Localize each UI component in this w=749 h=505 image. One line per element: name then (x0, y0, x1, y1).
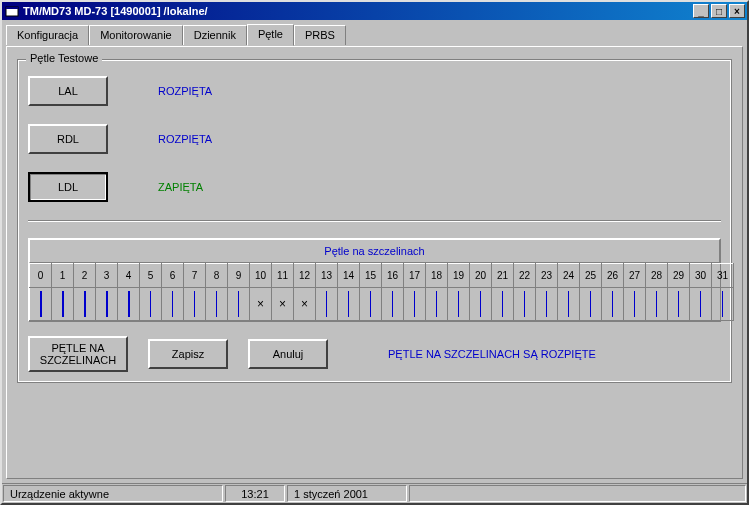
slot-cell-26[interactable] (602, 288, 624, 321)
anuluj-button[interactable]: Anuluj (248, 339, 328, 369)
loop-row-ldl: LDL ZAPIĘTA (28, 172, 721, 202)
slot-cell-11[interactable]: × (272, 288, 294, 321)
rdl-status: ROZPIĘTA (158, 133, 212, 145)
slot-header-6: 6 (162, 264, 184, 288)
slot-cell-2[interactable] (74, 288, 96, 321)
tab-prbs[interactable]: PRBS (294, 25, 346, 45)
slot-cell-28[interactable] (646, 288, 668, 321)
slot-cell-0[interactable] (30, 288, 52, 321)
slot-cell-17[interactable] (404, 288, 426, 321)
slot-cell-24[interactable] (558, 288, 580, 321)
app-icon (4, 3, 20, 19)
slot-header-0: 0 (30, 264, 52, 288)
status-spacer (409, 485, 746, 502)
slot-cell-22[interactable] (514, 288, 536, 321)
slot-header-25: 25 (580, 264, 602, 288)
petle-szczeliny-button[interactable]: PĘTLE NA SZCZELINACH (28, 336, 128, 372)
slot-cell-13[interactable] (316, 288, 338, 321)
slot-header-27: 27 (624, 264, 646, 288)
slots-container: Pętle na szczelinach 0123456789101112131… (28, 238, 721, 322)
group-petle-testowe: Pętle Testowe LAL ROZPIĘTA RDL ROZPIĘTA … (17, 59, 732, 383)
lal-status: ROZPIĘTA (158, 85, 212, 97)
slot-cell-23[interactable] (536, 288, 558, 321)
slot-header-18: 18 (426, 264, 448, 288)
slot-cell-25[interactable] (580, 288, 602, 321)
slot-cell-31[interactable] (712, 288, 734, 321)
slot-header-29: 29 (668, 264, 690, 288)
slot-header-2: 2 (74, 264, 96, 288)
slot-cell-18[interactable] (426, 288, 448, 321)
slot-cell-20[interactable] (470, 288, 492, 321)
svg-rect-1 (6, 7, 18, 9)
slot-cell-14[interactable] (338, 288, 360, 321)
status-time: 13:21 (225, 485, 285, 502)
slot-cell-row: ××× (30, 288, 734, 321)
loop-row-lal: LAL ROZPIĘTA (28, 76, 721, 106)
slot-cell-19[interactable] (448, 288, 470, 321)
slot-header-7: 7 (184, 264, 206, 288)
tab-konfiguracja[interactable]: Konfiguracja (6, 25, 89, 45)
slot-header-11: 11 (272, 264, 294, 288)
slot-header-row: 0123456789101112131415161718192021222324… (30, 264, 734, 288)
group-title: Pętle Testowe (26, 52, 102, 64)
slot-cell-1[interactable] (52, 288, 74, 321)
slot-header-21: 21 (492, 264, 514, 288)
slot-header-17: 17 (404, 264, 426, 288)
slots-title: Pętle na szczelinach (29, 239, 720, 263)
rdl-button[interactable]: RDL (28, 124, 108, 154)
slot-cell-6[interactable] (162, 288, 184, 321)
zapisz-button[interactable]: Zapisz (148, 339, 228, 369)
minimize-button[interactable]: _ (693, 4, 709, 18)
lal-button[interactable]: LAL (28, 76, 108, 106)
slot-cell-30[interactable] (690, 288, 712, 321)
tabpanel-petle: Pętle Testowe LAL ROZPIĘTA RDL ROZPIĘTA … (6, 46, 743, 479)
slot-header-13: 13 (316, 264, 338, 288)
slot-header-4: 4 (118, 264, 140, 288)
slot-header-8: 8 (206, 264, 228, 288)
ldl-button[interactable]: LDL (28, 172, 108, 202)
slot-header-12: 12 (294, 264, 316, 288)
slot-cell-3[interactable] (96, 288, 118, 321)
loop-row-rdl: RDL ROZPIĘTA (28, 124, 721, 154)
slot-header-20: 20 (470, 264, 492, 288)
slot-header-31: 31 (712, 264, 734, 288)
slot-header-3: 3 (96, 264, 118, 288)
maximize-button[interactable]: □ (711, 4, 727, 18)
titlebar: TM/MD73 MD-73 [1490001] /lokalne/ _ □ × (2, 2, 747, 20)
client-area: Konfiguracja Monitorowanie Dziennik Pętl… (2, 20, 747, 483)
slot-cell-27[interactable] (624, 288, 646, 321)
slot-cell-10[interactable]: × (250, 288, 272, 321)
slot-cell-15[interactable] (360, 288, 382, 321)
button-row: PĘTLE NA SZCZELINACH Zapisz Anuluj PĘTLE… (28, 336, 721, 372)
slot-cell-5[interactable] (140, 288, 162, 321)
close-button[interactable]: × (729, 4, 745, 18)
tab-petle[interactable]: Pętle (247, 24, 294, 46)
slot-header-30: 30 (690, 264, 712, 288)
slot-cell-12[interactable]: × (294, 288, 316, 321)
window-title: TM/MD73 MD-73 [1490001] /lokalne/ (23, 5, 691, 17)
slots-status-message: PĘTLE NA SZCZELINACH SĄ ROZPIĘTE (388, 348, 596, 360)
slot-header-23: 23 (536, 264, 558, 288)
slot-header-19: 19 (448, 264, 470, 288)
slot-header-1: 1 (52, 264, 74, 288)
window: TM/MD73 MD-73 [1490001] /lokalne/ _ □ × … (0, 0, 749, 505)
slot-cell-16[interactable] (382, 288, 404, 321)
slot-header-10: 10 (250, 264, 272, 288)
slot-header-28: 28 (646, 264, 668, 288)
tab-monitorowanie[interactable]: Monitorowanie (89, 25, 183, 45)
slots-table: 0123456789101112131415161718192021222324… (29, 263, 734, 321)
slot-header-5: 5 (140, 264, 162, 288)
slot-cell-8[interactable] (206, 288, 228, 321)
slot-header-9: 9 (228, 264, 250, 288)
slot-cell-4[interactable] (118, 288, 140, 321)
slot-cell-21[interactable] (492, 288, 514, 321)
tabstrip: Konfiguracja Monitorowanie Dziennik Pętl… (6, 24, 743, 46)
slot-header-16: 16 (382, 264, 404, 288)
tab-dziennik[interactable]: Dziennik (183, 25, 247, 45)
status-date: 1 styczeń 2001 (287, 485, 407, 502)
slot-cell-29[interactable] (668, 288, 690, 321)
separator (28, 220, 721, 222)
slot-header-14: 14 (338, 264, 360, 288)
slot-cell-9[interactable] (228, 288, 250, 321)
slot-cell-7[interactable] (184, 288, 206, 321)
